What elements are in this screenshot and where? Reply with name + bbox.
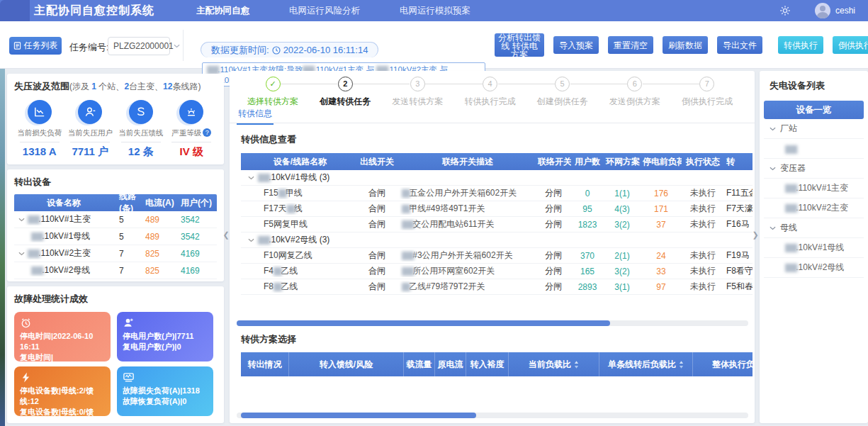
task-no-select[interactable]: PLZG22000001 xyxy=(108,37,170,55)
redacted-text: ██ xyxy=(274,283,281,291)
chevron-down-icon xyxy=(248,238,254,242)
app-title: 主配协同自愈控制系统 xyxy=(34,4,154,18)
table-row[interactable]: F10网复乙线 合闸 ███#3公用户外开关箱602开关 分闸 370 2(1)… xyxy=(241,248,753,264)
tab-transfer-info[interactable]: 转供信息 xyxy=(237,108,274,125)
outage-users-icon xyxy=(123,317,135,329)
sort-icon[interactable] xyxy=(574,361,579,369)
toolbar-button-blue-3[interactable]: 刷新数据 xyxy=(663,36,708,54)
username: ceshi xyxy=(835,6,855,16)
info-col-5: 环网方案 xyxy=(604,156,641,168)
gear-icon[interactable] xyxy=(779,5,791,16)
transfer-info-table-body: ███.10kV#1母线 (3) F15██甲线 合闸 ██五金公用户外开关箱6… xyxy=(241,170,753,295)
avatar xyxy=(815,3,830,18)
toolbar-button-blue-4[interactable]: 导出文件 xyxy=(717,36,762,54)
info-table-hscrollbar-thumb[interactable] xyxy=(237,320,610,326)
table-row[interactable]: F17天██线 合闸 ██甲线#49塔49T1开关 分闸 95 4(3) 171… xyxy=(241,201,753,217)
table-row[interactable]: ███.110kV#2主变 7 825 4169 xyxy=(14,245,217,262)
trend-icon xyxy=(28,100,52,124)
stat-card-line1: 停电用户数(户)|7711 xyxy=(123,331,208,342)
main-panel: ✓ 选择转供方案 2 创建转供任务 3 发送转供方案 4 转供执行完成 5 创建… xyxy=(230,71,755,423)
step-circle: 3 xyxy=(410,77,425,91)
chevron-down-icon xyxy=(770,226,776,230)
stat-card-line2: 复电设备数|母线:0/馈线:0 xyxy=(20,407,105,416)
device-overview-header[interactable]: 设备一览 xyxy=(764,101,864,119)
transfer-out-panel: 转出设备 设备名称线路(条)电流(A)用户(个) ███.110kV#1主变 5… xyxy=(7,169,224,281)
toolbar-button-blue-2[interactable]: 重置清空 xyxy=(608,36,653,54)
load-monitor-icon xyxy=(123,371,135,383)
help-icon[interactable]: ? xyxy=(203,128,211,137)
alarm-icon xyxy=(179,100,203,124)
tree-node-0[interactable]: 厂站 xyxy=(764,119,864,139)
toolbar-button-cyan-0[interactable]: 转供执行 xyxy=(778,36,823,54)
step-label: 发送转供方案 xyxy=(381,96,453,108)
redacted-text: ███ xyxy=(258,174,269,181)
plan-col-4: 转入裕度 xyxy=(466,352,509,376)
redacted-text: ███ xyxy=(785,184,796,192)
nav-item-0[interactable]: 主配协同自愈 xyxy=(193,0,252,21)
data-update-time: 数据更新时间: 2022-06-10 16:11:14 xyxy=(201,42,378,57)
redacted-text: ███ xyxy=(402,252,412,259)
group-row[interactable]: ███.10kV#2母线 (3) xyxy=(241,232,753,248)
tree-leaf[interactable]: ███.10kV#2母线 xyxy=(764,258,864,278)
tree-leaf[interactable]: ███.110kV#1主变 xyxy=(764,179,864,198)
table-row[interactable]: F8██乙线 合闸 ██乙线#79塔79T2开关 分闸 2893 3(1) 97… xyxy=(241,279,753,295)
table-row[interactable]: F5网复甲线 合闸 ███交公用配电站611开关 分闸 1823 3(2) 37… xyxy=(241,217,753,232)
clipboard-icon xyxy=(13,42,21,50)
device-list-title: 失电设备列表 xyxy=(764,79,864,92)
table-row[interactable]: ███.10kV#2母线 7 825 4169 xyxy=(14,262,217,279)
table-row[interactable]: ███.10kV#1母线 5 489 3542 xyxy=(14,228,217,245)
redacted-text: ██ xyxy=(274,267,281,275)
redacted-text: ███ xyxy=(258,236,269,244)
tree-node-1[interactable]: 变压器 xyxy=(764,159,864,179)
impact-stat-0: 当前损失负荷 1318 A xyxy=(14,100,65,159)
table-row[interactable]: ███.110kV#1主变 5 489 3542 xyxy=(14,211,217,228)
step-label: 转供执行完成 xyxy=(453,96,526,108)
fault-stats-cards: 停电时间|2022-06-10 16:11 复电时间| 停电用户数(户)|771… xyxy=(14,312,217,416)
expand-right-handle[interactable]: ❯ xyxy=(752,225,759,244)
plan-col-1: 转入馈线/风险 xyxy=(289,352,404,376)
nav-item-1[interactable]: 电网运行风险分析 xyxy=(286,0,363,21)
nav-item-2[interactable]: 电网运行模拟预案 xyxy=(397,0,473,21)
stat-card-1: 停电用户数(户)|7711 复电用户数(户)|0 xyxy=(117,312,213,361)
toolbar-button-cyan-1[interactable]: 倒供执行 xyxy=(833,36,868,54)
user-menu[interactable]: ceshi xyxy=(815,3,855,18)
app-header: 主配协同自愈控制系统 主配协同自愈电网运行风险分析电网运行模拟预案 ceshi xyxy=(0,0,868,21)
collapse-left-handle[interactable]: ❮ xyxy=(222,225,230,244)
info-table-title: 转供信息查看 xyxy=(241,133,296,146)
task-list-button[interactable]: 任务列表 xyxy=(9,37,62,55)
plan-select-table-header: 转出情况转入馈线/风险载流量原电流转入裕度当前负载比单条线转后负载比整体执行负载… xyxy=(241,352,753,376)
chevron-down-icon xyxy=(174,44,180,48)
device-tree: 厂站 ███ 变压器 ███.110kV#1主变 ███.110kV#2主变 母… xyxy=(764,119,864,278)
outage-time-icon xyxy=(20,317,32,329)
info-col-1: 出线开关 xyxy=(354,156,400,168)
group-row[interactable]: ███.10kV#1母线 (3) xyxy=(241,170,753,186)
table-row[interactable]: F4██乙线 合闸 ███所公用环网室602开关 分闸 165 3(2) 33 … xyxy=(241,264,753,279)
stat-card-3: 故障损失负荷(A)|1318 故障恢复负荷(A)|0 xyxy=(117,366,213,416)
table-row[interactable]: F15██甲线 合闸 ██五金公用户外开关箱602开关 分闸 0 1(1) 17… xyxy=(241,186,753,201)
feeder-icon xyxy=(129,100,153,124)
toolbar-button-blue-1[interactable]: 导入预案 xyxy=(553,36,599,54)
impact-title: 失压波及范围(涉及 1 个站、2台主变、12条线路) xyxy=(14,80,217,93)
stat-card-line1: 故障损失负荷(A)|1318 xyxy=(123,386,208,396)
plan-table-title: 转供方案选择 xyxy=(241,333,296,346)
stat-card-0: 停电时间|2022-06-10 16:11 复电时间| xyxy=(14,312,111,361)
transfer-out-table-header: 设备名称线路(条)电流(A)用户(个) xyxy=(14,194,217,211)
chevron-down-icon xyxy=(18,218,25,222)
sort-icon[interactable] xyxy=(679,361,684,369)
step-circle: ✓ xyxy=(266,77,281,91)
redacted-text: ███ xyxy=(785,145,796,153)
tree-leaf[interactable]: ███.10kV#1母线 xyxy=(764,238,864,258)
plan-table-hscrollbar-thumb[interactable] xyxy=(241,413,476,418)
tree-leaf[interactable]: ███.110kV#2主变 xyxy=(764,198,864,218)
tree-leaf[interactable]: ███ xyxy=(764,139,864,159)
step-label: 创建倒供任务 xyxy=(526,96,599,108)
step-5: 5 创建倒供任务 xyxy=(526,77,599,108)
impact-stat-label: 当前失压馈线 xyxy=(115,128,167,138)
toolbar-button-blue-0[interactable]: 分析转出馈线 转供电方案 xyxy=(495,33,544,57)
tree-node-2[interactable]: 母线 xyxy=(764,218,864,238)
impact-stat-value: 7711 户 xyxy=(65,145,116,159)
transfer-out-col-3: 用户(个) xyxy=(181,197,217,209)
step-label: 倒供执行完成 xyxy=(671,96,743,108)
redacted-text: ███ xyxy=(31,267,42,274)
plan-col-2: 载流量 xyxy=(404,352,435,376)
